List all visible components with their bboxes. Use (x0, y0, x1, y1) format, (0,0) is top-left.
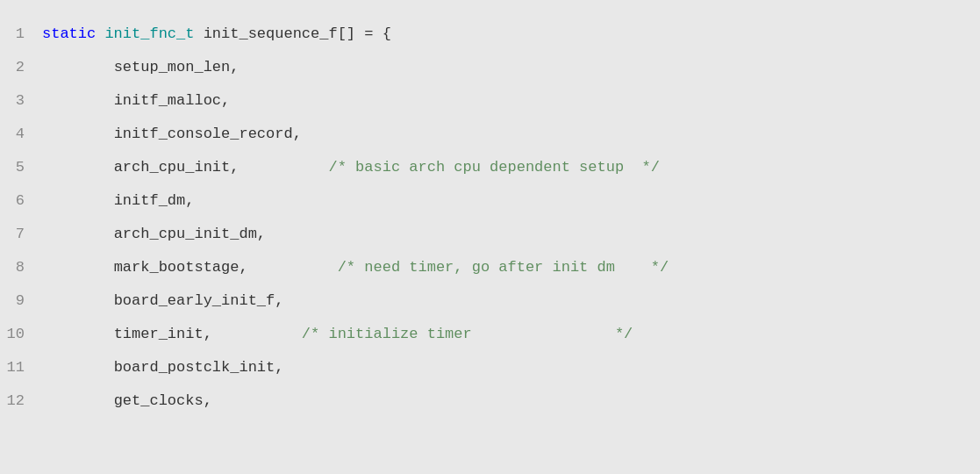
code-token: board_early_init_f, (114, 292, 284, 309)
code-token: = { (355, 25, 391, 42)
table-row: 5 arch_cpu_init, /* basic arch cpu depen… (0, 151, 980, 184)
line-number: 9 (0, 286, 35, 316)
line-number: 4 (0, 119, 35, 149)
line-content: arch_cpu_init_dm, (35, 219, 980, 249)
code-lines-container: 1static init_fnc_t init_sequence_f[] = {… (0, 18, 980, 418)
code-token: arch_cpu_init, (114, 159, 240, 176)
line-number: 11 (0, 353, 35, 383)
line-content: static init_fnc_t init_sequence_f[] = { (35, 19, 980, 49)
table-row: 12 get_clocks, (0, 384, 980, 418)
code-token: /* initialize timer */ (212, 326, 633, 342)
code-token: initf_console_record, (114, 126, 302, 142)
code-token: /* need timer, go after init dm */ (248, 259, 669, 276)
code-token: initf_dm, (114, 192, 195, 209)
line-number: 3 (0, 86, 35, 116)
code-token: [] (338, 25, 355, 42)
code-token: init_sequence_f (204, 25, 338, 42)
line-content: board_early_init_f, (35, 286, 980, 316)
line-content: initf_console_record, (35, 119, 980, 149)
code-token: initf_malloc, (114, 92, 231, 109)
header-comment (0, 11, 980, 18)
code-token: setup_mon_len, (114, 59, 240, 75)
code-token: board_postclk_init, (114, 359, 284, 376)
code-token: mark_bootstage, (114, 259, 248, 276)
line-number: 5 (0, 153, 35, 183)
line-content: initf_dm, (35, 186, 980, 216)
table-row: 2 setup_mon_len, (0, 51, 980, 84)
table-row: 9 board_early_init_f, (0, 284, 980, 318)
code-block: 1static init_fnc_t init_sequence_f[] = {… (0, 0, 980, 474)
table-row: 4 initf_console_record, (0, 118, 980, 151)
line-number: 8 (0, 253, 35, 283)
line-content: arch_cpu_init, /* basic arch cpu depende… (35, 153, 980, 183)
code-token: /* basic arch cpu dependent setup */ (239, 159, 659, 176)
table-row: 7 arch_cpu_init_dm, (0, 218, 980, 251)
line-number: 6 (0, 186, 35, 216)
code-token: init_fnc_t (96, 25, 203, 42)
code-token: static (42, 25, 96, 42)
line-content: timer_init, /* initialize timer */ (35, 320, 980, 349)
line-number: 7 (0, 219, 35, 249)
line-content: initf_malloc, (35, 86, 980, 116)
table-row: 10 timer_init, /* initialize timer */ (0, 318, 980, 351)
code-token: arch_cpu_init_dm, (114, 226, 266, 242)
code-token: get_clocks, (114, 392, 212, 409)
line-number: 1 (0, 19, 35, 49)
line-content: setup_mon_len, (35, 53, 980, 83)
table-row: 3 initf_malloc, (0, 84, 980, 118)
line-number: 10 (0, 320, 35, 349)
line-content: mark_bootstage, /* need timer, go after … (35, 253, 980, 283)
line-number: 12 (0, 386, 35, 416)
table-row: 8 mark_bootstage, /* need timer, go afte… (0, 251, 980, 284)
table-row: 1static init_fnc_t init_sequence_f[] = { (0, 18, 980, 51)
code-token: timer_init, (114, 326, 212, 342)
line-content: board_postclk_init, (35, 353, 980, 383)
table-row: 11 board_postclk_init, (0, 351, 980, 384)
line-content: get_clocks, (35, 386, 980, 416)
line-number: 2 (0, 53, 35, 83)
table-row: 6 initf_dm, (0, 184, 980, 218)
